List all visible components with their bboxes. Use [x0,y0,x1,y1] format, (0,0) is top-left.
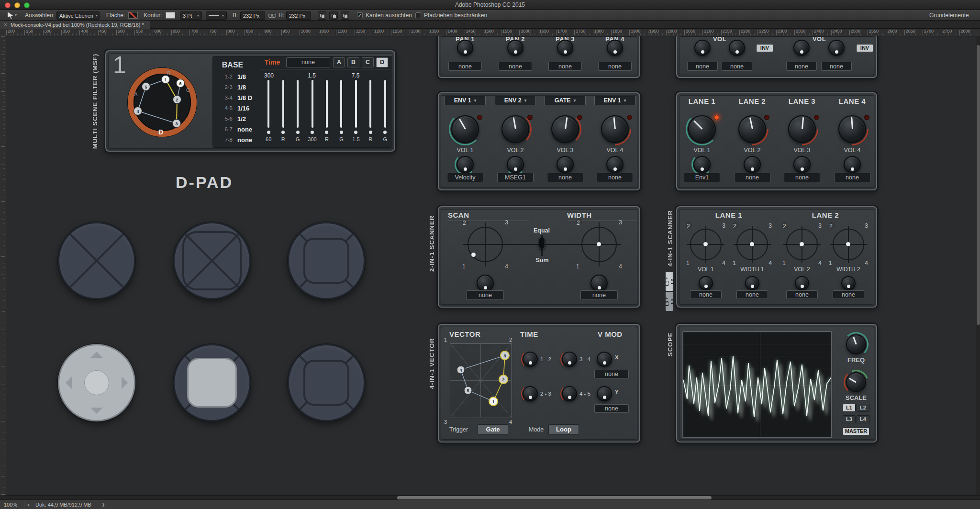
lane1-width-mod-source[interactable]: none [736,290,768,299]
link-dimensions-icon[interactable] [268,14,276,18]
msf-slider-R[interactable]: R [276,80,290,142]
msf-node-5[interactable]: 5 [142,83,150,91]
env-mod2-knob[interactable] [507,156,524,173]
scope-scale-knob[interactable] [846,372,866,392]
document-canvas[interactable]: MULTI SCENE FILTER (MSF) 1 A B C D 1 [6,36,980,495]
pad-handle[interactable] [800,242,804,246]
env1-source-dropdown[interactable]: ENV 1▾ [445,96,486,105]
scope-master-button[interactable]: MASTER [843,427,869,435]
lane1-vol-knob[interactable] [688,115,716,143]
msf-slider-G[interactable]: G [290,80,305,142]
env-mod1-knob[interactable] [457,156,474,173]
dpad-5-active[interactable] [173,344,251,421]
vector-node-2[interactable]: 2 [499,375,508,384]
vol1-mod-source[interactable]: none [687,62,718,71]
msf-base-row-4-5[interactable]: 4-51/16 [217,103,256,113]
msf-slider-300[interactable]: 300 [305,80,319,142]
select-mode-dropdown[interactable]: Aktive Ebenen ▾ [56,11,100,20]
dpad-3[interactable] [288,222,365,299]
width-mod-source[interactable]: none [580,290,618,300]
lane2-mod-knob[interactable] [744,156,761,173]
dpad-center-button[interactable] [84,370,109,395]
env-vol4-knob[interactable] [601,115,629,143]
shape-height-field[interactable]: 232 Px [286,11,311,20]
env-vol2-knob[interactable] [501,115,529,143]
env-mod4-knob[interactable] [606,156,624,173]
dpad-2[interactable] [173,222,251,299]
vector-xy-display[interactable]: 3 4 5 2 1 [450,343,512,418]
lane1-vol-xy-pad[interactable]: 2314 [683,221,729,267]
msf-base-row-3-4[interactable]: 3-41/8 D [217,92,256,103]
vmod-x-knob[interactable] [597,352,612,367]
vector-node-3[interactable]: 3 [501,351,509,360]
scan-mod-source[interactable]: none [467,290,504,300]
msf-scene-d-button[interactable]: D [376,57,388,67]
pan4-mod-knob[interactable] [607,40,623,56]
lane4-vol-knob[interactable] [838,115,866,143]
vertical-scrollbar-thumb[interactable] [977,45,980,325]
vol3-mod-knob[interactable] [793,40,810,56]
dpad-1[interactable] [58,222,135,299]
dpad-square-active[interactable] [187,358,237,408]
msf-slider-G[interactable]: G [378,80,392,142]
lane1-vol-mod-source[interactable]: none [690,290,722,299]
msf-scene-display[interactable]: A B C D 1 2 3 4 5 6 [122,62,203,143]
msf-node-2[interactable]: 2 [173,96,181,104]
pan2-mod-source[interactable]: none [499,62,532,71]
lane1-width-mod-knob[interactable] [745,276,759,290]
env-mod2-source[interactable]: MSEG1 [497,173,534,182]
vol3-mod-source[interactable]: none [786,62,817,71]
lane1-mod-source[interactable]: Env1 [684,173,720,182]
scope-l3-button[interactable]: L3 [843,415,856,423]
pan1-mod-source[interactable]: none [448,62,482,71]
msf-slider-60[interactable]: 60 [261,80,276,142]
pan3-mod-source[interactable]: none [548,62,582,71]
path-operations-button[interactable] [318,11,326,20]
width-xy-pad[interactable]: 2 3 1 4 [573,218,625,271]
lane1-mod-knob[interactable] [693,156,711,173]
shape-width-field[interactable]: 232 Px [240,11,265,20]
msf-node-3[interactable]: 3 [173,120,181,128]
env-vol1-knob[interactable] [451,115,479,143]
status-flyout-icon[interactable]: ▸ [28,500,30,509]
time-2-3-knob[interactable] [523,386,538,401]
scope-l1-button[interactable]: L1 [843,404,856,412]
vector-node-4[interactable]: 4 [457,366,465,374]
vmod-y-knob[interactable] [597,386,612,401]
time-4-5-knob[interactable] [562,386,577,401]
stroke-swatch[interactable] [166,12,175,19]
pad-handle[interactable] [471,253,476,257]
env-mod3-source[interactable]: none [547,173,583,182]
lane2-vol-mod-knob[interactable] [795,276,809,290]
env3-source-dropdown[interactable]: GATE▾ [545,96,586,105]
chevron-right-icon[interactable]: ❯ [101,500,105,509]
dpad-6[interactable] [288,344,365,421]
vol4-mod-source[interactable]: none [821,62,852,71]
horizontal-scrollbar-thumb[interactable] [397,496,712,499]
msf-node-1[interactable]: 1 [162,76,170,84]
msf-base-row-5-6[interactable]: 5-61/2 [217,113,256,124]
lane2-width-xy-pad[interactable]: 2314 [825,221,871,267]
msf-base-row-6-7[interactable]: 6-7none [217,124,256,134]
time-3-4-knob[interactable] [562,352,577,367]
dpad-right-arrow-icon[interactable] [122,376,128,389]
env4-source-dropdown[interactable]: ENV 1▾ [594,96,635,105]
pan2-mod-knob[interactable] [507,40,523,56]
vol2-mod-knob[interactable] [729,40,745,56]
vertical-scrollbar[interactable] [976,36,980,495]
lane1-vol-mod-knob[interactable] [699,276,713,290]
dpad-up-arrow-icon[interactable] [90,352,103,358]
env-mod3-knob[interactable] [557,156,574,173]
lane2-width-mod-source[interactable]: none [833,290,864,299]
dpad-down-arrow-icon[interactable] [90,408,103,414]
msf-base-row-2-3[interactable]: 2-31/8 [217,82,256,92]
path-arrangement-button[interactable] [341,11,349,20]
mix-slider-handle[interactable] [539,237,545,249]
pan4-mod-source[interactable]: none [598,62,632,71]
env2-source-dropdown[interactable]: ENV 2▾ [495,96,536,105]
env-mod4-source[interactable]: none [597,173,633,182]
vertical-ruler[interactable] [0,36,6,495]
pad-handle[interactable] [750,242,754,246]
env-vol3-knob[interactable] [551,115,579,143]
align-edges-checkbox[interactable]: ✓ [357,12,363,18]
